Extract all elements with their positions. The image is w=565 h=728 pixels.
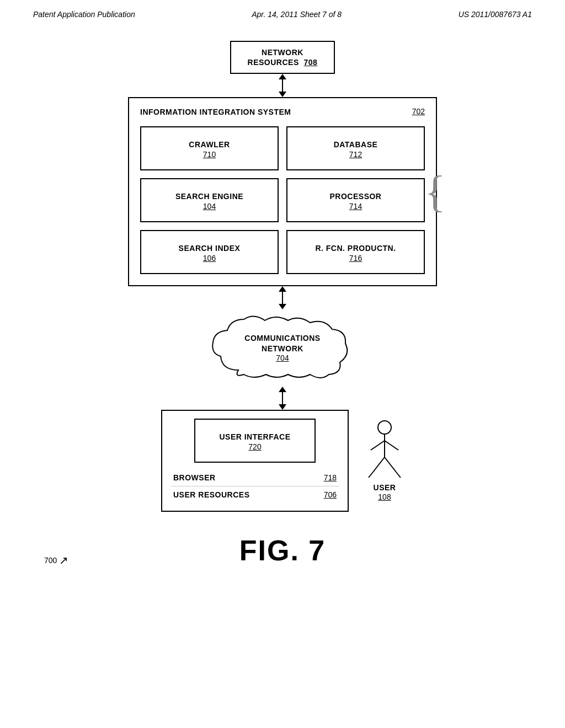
arrow-down-head-2 [279,304,286,309]
comm-network-label: COMMUNICATIONSNETWORK [244,333,320,353]
user-stick-figure-svg [365,420,404,480]
search-engine-box: SEARCH ENGINE 104 [140,178,279,222]
header-left: Patent Application Publication [33,10,135,19]
search-engine-id: 104 [203,202,216,211]
arrow-down-head-3 [279,404,286,410]
iis-id: 702 [412,107,425,116]
user-figure: USER 108 [365,420,404,501]
fig-ref-number: 700 [44,556,57,565]
crawler-id: 710 [203,150,216,159]
comm-network-id: 704 [244,354,320,362]
fig-label: FIG. 7 [239,534,326,567]
user-resources-id: 706 [324,490,337,499]
inner-grid: CRAWLER 710 DATABASE 712 SEARCH ENGINE 1… [140,126,425,274]
database-label: DATABASE [334,140,378,149]
fig-ref: 700 ↗ [44,554,68,567]
browser-row: BROWSER 718 [171,469,339,486]
arrow-line-2 [282,292,283,304]
arrow-nr-to-iis [279,74,286,97]
arrow-down-head [279,92,286,97]
processor-id: 714 [349,202,362,211]
crawler-box: CRAWLER 710 [140,126,279,170]
search-index-box: SEARCH INDEX 106 [140,230,279,274]
crawler-label: CRAWLER [189,140,230,149]
fig-ref-arrow: ↗ [59,554,68,567]
arrow-iis-to-cn [279,286,286,309]
r-fcn-label: R. FCN. PRODUCTN. [315,243,396,253]
arrow-up-head [279,74,286,79]
header-right: US 2011/0087673 A1 [459,10,532,19]
diagram-area: NETWORKRESOURCES 708 INFORMATION INTEGRA… [0,24,565,567]
database-box: DATABASE 712 [286,126,425,170]
user-label: USER [374,483,396,493]
header-middle: Apr. 14, 2011 Sheet 7 of 8 [252,10,342,19]
user-resources-row: USER RESOURCES 706 [171,486,339,503]
arrow-line-3 [282,392,283,404]
svg-line-2 [371,441,385,450]
user-section: USER INTERFACE 720 BROWSER 718 USER RESO… [161,410,404,512]
svg-line-5 [385,457,396,472]
arrow-up-head-2 [279,286,286,292]
processor-label: PROCESSOR [330,191,382,201]
database-id: 712 [349,150,362,159]
svg-line-4 [373,457,385,472]
right-arc-decoration: { [425,167,446,217]
user-interface-id: 720 [248,442,261,451]
processor-box: PROCESSOR 714 [286,178,425,222]
browser-id: 718 [324,473,337,482]
r-fcn-id: 716 [349,254,362,263]
svg-point-0 [378,421,391,434]
info-integration-box: INFORMATION INTEGRATION SYSTEM 702 CRAWL… [128,97,437,286]
user-interface-label: USER INTERFACE [219,432,290,442]
arrow-up-head-3 [279,387,286,392]
browser-label: BROWSER [173,473,216,483]
svg-line-6 [369,472,373,478]
user-interface-box: USER INTERFACE 720 [194,419,316,463]
user-resources-label: USER RESOURCES [173,490,249,500]
arrow-line [282,79,283,92]
iis-label: INFORMATION INTEGRATION SYSTEM [140,107,291,117]
user-resources-outer-box: USER INTERFACE 720 BROWSER 718 USER RESO… [161,410,349,512]
network-resources-id: 708 [304,58,318,67]
r-fcn-box: R. FCN. PRODUCTN. 716 [286,230,425,274]
svg-line-3 [385,441,398,450]
iis-title: INFORMATION INTEGRATION SYSTEM 702 [140,107,425,117]
network-resources-label: NETWORKRESOURCES 708 [239,47,326,67]
comm-network-cloud: COMMUNICATIONSNETWORK 704 [205,309,360,387]
search-index-label: SEARCH INDEX [179,243,241,253]
search-engine-label: SEARCH ENGINE [175,191,243,201]
comm-network-text: COMMUNICATIONSNETWORK 704 [244,333,320,362]
arrow-cn-to-ur [279,387,286,410]
header: Patent Application Publication Apr. 14, … [0,0,565,24]
figure-area: 700 ↗ FIG. 7 [0,534,565,567]
user-id: 108 [374,493,396,501]
search-index-id: 106 [203,254,216,263]
svg-line-7 [396,472,401,478]
network-resources-box: NETWORKRESOURCES 708 [230,41,335,74]
user-label-area: USER 108 [374,483,396,501]
